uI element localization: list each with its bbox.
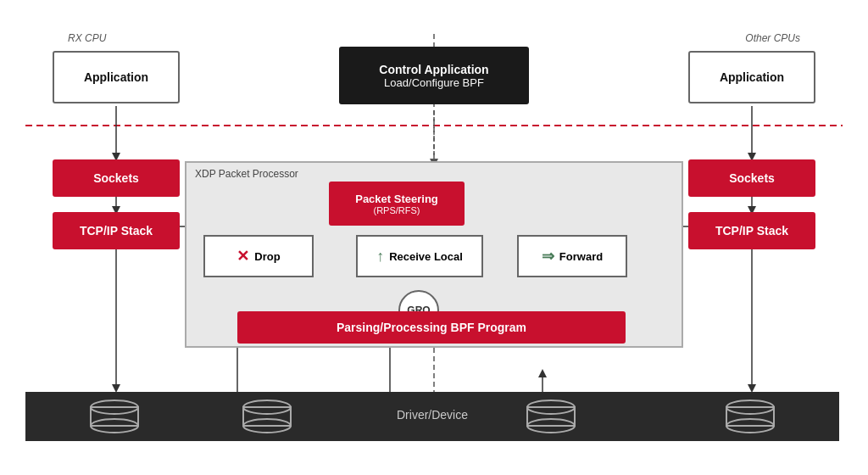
xdp-container: XDP Packet Processor Packet Steering (RP… (185, 161, 683, 348)
diagram: RX CPU Other CPUs Application Applicatio… (0, 0, 868, 475)
load-configure-label: Load/Configure BPF (379, 76, 488, 89)
receive-local-box: ↑ Receive Local (356, 235, 483, 277)
tcpip-right-label: TCP/IP Stack (715, 224, 788, 238)
svg-rect-44 (243, 407, 291, 426)
application-right-box: Application (688, 51, 815, 103)
control-app-label: Control Application (379, 63, 488, 76)
driver-bar: Driver/Device (25, 392, 839, 441)
tcpip-left-box: TCP/IP Stack (53, 212, 180, 249)
rx-cpu-label: RX CPU (68, 32, 106, 44)
forward-label: Forward (559, 250, 603, 263)
tcpip-left-label: TCP/IP Stack (80, 224, 153, 238)
bpf-program-label: Parsing/Processing BPF Program (337, 321, 526, 334)
svg-rect-41 (91, 407, 138, 426)
svg-rect-47 (527, 407, 575, 426)
control-app-box: Control Application Load/Configure BPF (339, 47, 529, 104)
sockets-right-box: Sockets (688, 159, 815, 197)
forward-box: ⇒ Forward (517, 235, 627, 277)
xdp-label: XDP Packet Processor (195, 168, 298, 180)
driver-device-label: Driver/Device (397, 408, 468, 422)
other-cpus-label: Other CPUs (745, 32, 800, 44)
drop-label: Drop (254, 250, 280, 263)
svg-rect-50 (726, 407, 774, 426)
application-left-label: Application (84, 70, 148, 84)
forward-icon: ⇒ (542, 247, 554, 265)
svg-marker-39 (538, 369, 547, 377)
sockets-right-label: Sockets (729, 171, 775, 185)
tcpip-right-box: TCP/IP Stack (688, 212, 815, 249)
drop-box: ✕ Drop (203, 235, 314, 277)
receive-local-label: Receive Local (389, 250, 463, 263)
packet-steering-label: Packet Steering (355, 193, 438, 205)
application-right-label: Application (720, 70, 784, 84)
sockets-left-label: Sockets (93, 171, 139, 185)
x-icon: ✕ (236, 247, 249, 265)
application-left-box: Application (53, 51, 180, 103)
packet-steering-box: Packet Steering (RPS/RFS) (329, 182, 465, 226)
up-icon: ↑ (376, 248, 384, 265)
rps-rfs-label: (RPS/RFS) (355, 205, 438, 215)
sockets-left-box: Sockets (53, 159, 180, 197)
bpf-program-box: Parsing/Processing BPF Program (237, 311, 626, 344)
